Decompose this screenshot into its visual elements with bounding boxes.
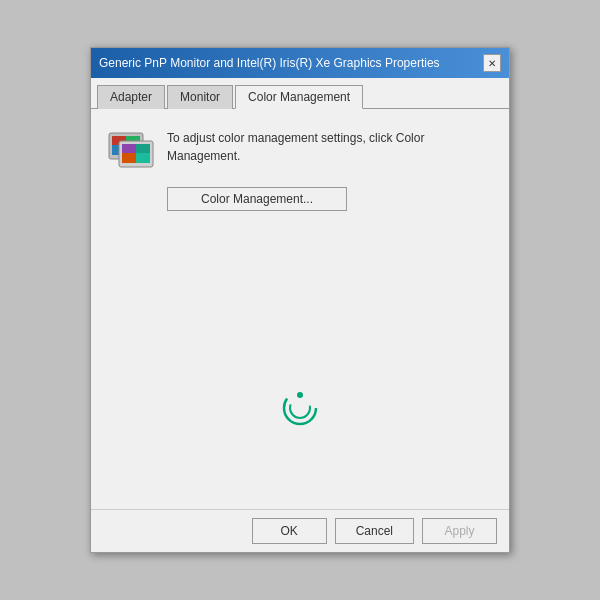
svg-point-14 bbox=[297, 392, 303, 398]
button-row: OK Cancel Apply bbox=[91, 509, 509, 552]
tab-color-management[interactable]: Color Management bbox=[235, 85, 363, 109]
svg-rect-11 bbox=[136, 153, 150, 163]
color-icon bbox=[107, 125, 155, 173]
tabs-bar: Adapter Monitor Color Management bbox=[91, 78, 509, 109]
title-bar: Generic PnP Monitor and Intel(R) Iris(R)… bbox=[91, 48, 509, 78]
spinning-icon-container bbox=[282, 390, 318, 429]
spinner-icon bbox=[282, 390, 318, 426]
apply-button[interactable]: Apply bbox=[422, 518, 497, 544]
svg-rect-10 bbox=[122, 153, 136, 163]
svg-rect-8 bbox=[122, 144, 136, 153]
color-management-button[interactable]: Color Management... bbox=[167, 187, 347, 211]
title-bar-controls: ✕ bbox=[483, 54, 501, 72]
tab-adapter[interactable]: Adapter bbox=[97, 85, 165, 109]
cancel-button[interactable]: Cancel bbox=[335, 518, 414, 544]
dialog-title: Generic PnP Monitor and Intel(R) Iris(R)… bbox=[99, 56, 440, 70]
close-button[interactable]: ✕ bbox=[483, 54, 501, 72]
svg-rect-9 bbox=[136, 144, 150, 153]
ok-button[interactable]: OK bbox=[252, 518, 327, 544]
tab-monitor[interactable]: Monitor bbox=[167, 85, 233, 109]
svg-point-13 bbox=[290, 398, 310, 418]
color-management-button-container: Color Management... bbox=[167, 187, 493, 211]
color-management-section: To adjust color management settings, cli… bbox=[107, 125, 493, 173]
dialog-content: To adjust color management settings, cli… bbox=[91, 109, 509, 509]
dialog-window: Generic PnP Monitor and Intel(R) Iris(R)… bbox=[90, 47, 510, 553]
color-management-description: To adjust color management settings, cli… bbox=[167, 125, 493, 165]
